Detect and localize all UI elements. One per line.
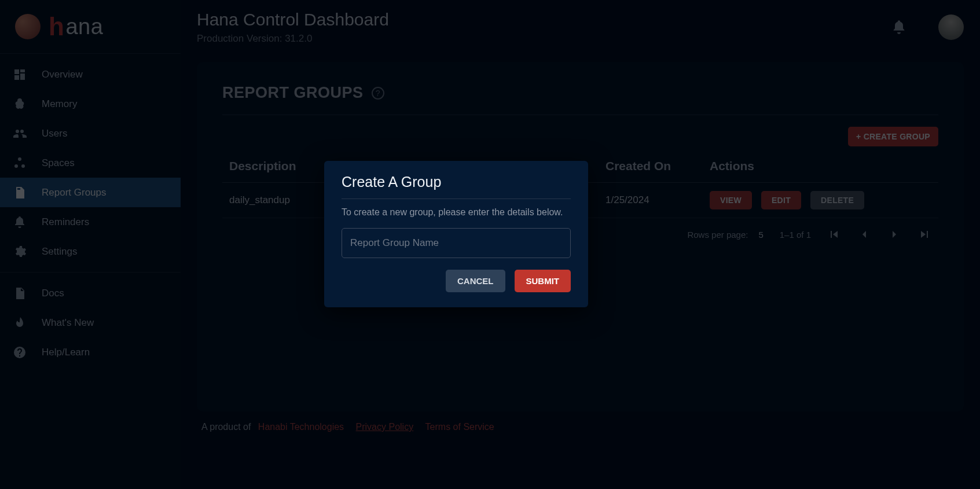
report-group-name-input[interactable] xyxy=(342,228,571,258)
submit-button[interactable]: SUBMIT xyxy=(515,270,571,292)
create-group-modal: Create A Group To create a new group, pl… xyxy=(324,161,588,307)
modal-title: Create A Group xyxy=(342,174,571,199)
modal-actions: CANCEL SUBMIT xyxy=(342,258,571,292)
cancel-button[interactable]: CANCEL xyxy=(446,270,505,292)
modal-description: To create a new group, please enter the … xyxy=(342,199,571,228)
